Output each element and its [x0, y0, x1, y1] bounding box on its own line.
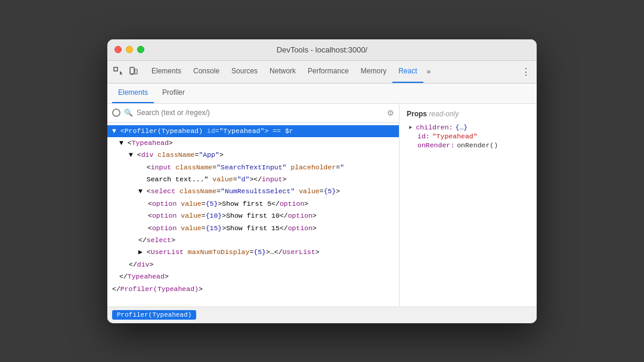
svg-rect-1: [130, 67, 134, 74]
tab-sources[interactable]: Sources: [225, 60, 264, 83]
props-title: Props: [407, 110, 427, 118]
more-tabs-button[interactable]: »: [423, 60, 435, 83]
inspect-icon[interactable]: [112, 66, 124, 78]
sub-tab-profiler[interactable]: Profiler: [156, 83, 191, 103]
sub-tab-elements[interactable]: Elements: [112, 83, 154, 103]
props-onrender-key: onRender:: [417, 141, 454, 149]
toolbar: Elements Console Sources Network Perform…: [107, 61, 537, 83]
dom-tree: ▼ <Profiler(Typeahead) id="Typeahead"> =…: [107, 123, 399, 307]
svg-rect-3: [135, 69, 137, 74]
elements-panel: 🔍 ⚙ ▼ <Profiler(Typeahead) id="Typeahead…: [107, 104, 400, 307]
search-bar: 🔍 ⚙: [107, 104, 399, 123]
dom-node-userlist[interactable]: ▶ <UserList maxNumToDisplay={5}>…</UserL…: [107, 246, 399, 258]
dom-node-option-10[interactable]: <option value={10}>Show first 10</option…: [107, 210, 399, 222]
svg-rect-2: [131, 74, 133, 75]
tab-react[interactable]: React: [392, 60, 423, 83]
breadcrumb-bar: Profiler(Typeahead): [107, 307, 537, 323]
dom-target-icon: [112, 109, 120, 117]
props-onrender-value: onRender(): [457, 141, 498, 149]
close-button[interactable]: [114, 46, 122, 53]
dom-node-select-close[interactable]: </select>: [107, 234, 399, 246]
search-icon: 🔍: [124, 109, 133, 117]
search-input[interactable]: [137, 109, 383, 117]
window-title: DevTools - localhost:3000/: [277, 45, 367, 54]
traffic-lights: [114, 46, 144, 53]
dom-node-profiler-close[interactable]: </Profiler(Typeahead)>: [107, 283, 399, 295]
dom-node-typeahead[interactable]: ▼ <Typeahead>: [107, 137, 399, 149]
svg-rect-0: [114, 67, 117, 71]
device-icon[interactable]: [128, 66, 140, 78]
props-id-key: id:: [417, 132, 430, 140]
dom-node-input[interactable]: <input className="SearchTextInput" place…: [107, 162, 399, 174]
title-bar: DevTools - localhost:3000/: [107, 39, 537, 61]
props-header: Props read-only: [407, 110, 530, 118]
dom-node-profiler[interactable]: ▼ <Profiler(Typeahead) id="Typeahead"> =…: [107, 125, 399, 137]
maximize-button[interactable]: [137, 46, 144, 53]
props-children: ▶ children: {…}: [407, 123, 530, 132]
props-children-value: {…}: [456, 123, 468, 131]
dom-node-input-cont[interactable]: Search text..." value="d"></input>: [107, 174, 399, 185]
nav-tabs: Elements Console Sources Network Perform…: [145, 60, 518, 83]
props-readonly-label: read-only: [429, 110, 459, 118]
tab-elements[interactable]: Elements: [145, 60, 187, 83]
props-onrender: onRender: onRender(): [407, 141, 530, 150]
tab-network[interactable]: Network: [264, 60, 302, 83]
tab-performance[interactable]: Performance: [302, 60, 355, 83]
tab-memory[interactable]: Memory: [355, 60, 392, 83]
breadcrumb-profiler[interactable]: Profiler(Typeahead): [112, 310, 196, 320]
dom-node-div-close[interactable]: </div>: [107, 259, 399, 271]
props-children-key: children:: [416, 123, 453, 131]
minimize-button[interactable]: [126, 46, 133, 53]
props-children-arrow: ▶: [409, 124, 412, 131]
dom-node-option-15[interactable]: <option value={15}>Show first 15</option…: [107, 222, 399, 234]
dom-node-typeahead-close[interactable]: </Typeahead>: [107, 271, 399, 283]
props-id: id: "Typeahead": [407, 132, 530, 141]
toolbar-icons: [112, 66, 140, 78]
props-id-value: "Typeahead": [432, 132, 478, 140]
main-content: 🔍 ⚙ ▼ <Profiler(Typeahead) id="Typeahead…: [107, 104, 537, 307]
search-settings-icon[interactable]: ⚙: [387, 109, 394, 117]
tab-console[interactable]: Console: [187, 60, 225, 83]
dom-node-option-5[interactable]: <option value={5}>Show first 5</option>: [107, 198, 399, 210]
dom-node-select[interactable]: ▼ <select className="NumResultsSelect" v…: [107, 185, 399, 197]
toolbar-menu-button[interactable]: ⋮: [520, 66, 532, 78]
devtools-window: DevTools - localhost:3000/ Elements Cons…: [107, 39, 537, 323]
sub-tabs: Elements Profiler: [107, 83, 537, 104]
dom-node-div[interactable]: ▼ <div className="App">: [107, 149, 399, 161]
props-panel: Props read-only ▶ children: {…} id: "Typ…: [400, 104, 537, 307]
